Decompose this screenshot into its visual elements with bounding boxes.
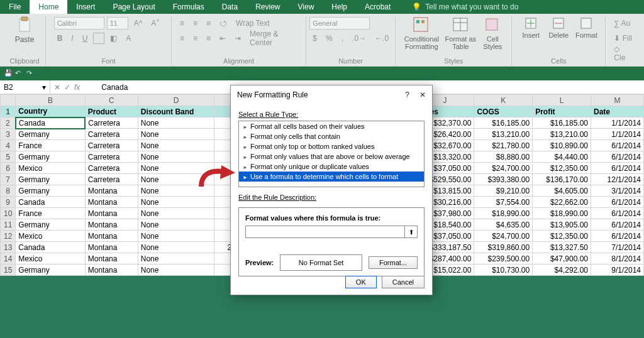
header-cell[interactable]: Date xyxy=(591,106,643,117)
tab-formulas[interactable]: Formulas xyxy=(164,0,213,14)
cell[interactable]: $13,210.00 xyxy=(474,129,533,140)
range-picker-icon[interactable]: ⬆ xyxy=(405,226,418,238)
cell[interactable]: None xyxy=(138,208,214,219)
row-header[interactable]: 10 xyxy=(1,208,16,219)
rule-type-option[interactable]: Format only unique or duplicate values xyxy=(239,161,424,172)
cell[interactable]: $16,185.00 xyxy=(474,117,533,129)
align-bot-button[interactable]: ≡ xyxy=(203,18,214,29)
cell[interactable]: $13,905.00 xyxy=(533,219,591,231)
currency-button[interactable]: $ xyxy=(309,33,320,44)
cell[interactable]: Montana xyxy=(85,264,138,276)
insert-cells-button[interactable]: Insert xyxy=(517,16,545,39)
cell[interactable]: Carretera xyxy=(85,129,138,140)
formula-input[interactable] xyxy=(245,226,405,238)
cell[interactable]: $319,860.00 xyxy=(474,242,533,253)
cell[interactable]: 12/1/2014 xyxy=(591,174,643,185)
cell[interactable]: Montana xyxy=(85,253,138,264)
row-header[interactable]: 3 xyxy=(1,129,16,140)
header-cell[interactable]: Country xyxy=(16,106,85,117)
font-color-button[interactable]: A xyxy=(123,33,134,44)
cell[interactable]: Carretera xyxy=(85,163,138,174)
cell[interactable]: 9/1/2014 xyxy=(591,264,643,276)
row-header[interactable]: 6 xyxy=(1,163,16,174)
row-header[interactable]: 5 xyxy=(1,151,16,163)
column-header[interactable]: M xyxy=(591,95,643,106)
header-cell[interactable]: Profit xyxy=(533,106,591,117)
indent-dec-button[interactable]: ⇤ xyxy=(216,33,229,44)
cell[interactable]: None xyxy=(138,253,214,264)
cell[interactable]: Mexico xyxy=(16,163,85,174)
merge-center-button[interactable]: Merge & Center xyxy=(247,28,301,48)
header-cell[interactable]: Discount Band xyxy=(138,106,214,117)
row-header[interactable]: 13 xyxy=(1,242,16,253)
cell[interactable]: $18,990.00 xyxy=(474,208,533,219)
underline-button[interactable]: U xyxy=(79,33,91,44)
rule-type-option[interactable]: Format only top or bottom ranked values xyxy=(239,141,424,151)
dec-decimal-button[interactable]: ←.0 xyxy=(372,33,392,44)
format-cells-button[interactable]: Format xyxy=(572,16,600,39)
cancel-button[interactable]: Cancel xyxy=(382,276,425,288)
dialog-titlebar[interactable]: New Formatting Rule ? ✕ xyxy=(231,85,432,104)
cell[interactable]: Mexico xyxy=(16,253,85,264)
cell[interactable]: 6/1/2014 xyxy=(591,151,643,163)
cell[interactable]: Montana xyxy=(85,197,138,208)
cell[interactable]: $13,327.50 xyxy=(533,242,591,253)
rule-type-list[interactable]: Format all cells based on their valuesFo… xyxy=(238,121,425,187)
row-header[interactable]: 15 xyxy=(1,264,16,276)
cell[interactable]: $13,210.00 xyxy=(533,129,591,140)
cell[interactable]: 6/1/2014 xyxy=(591,197,643,208)
cell[interactable]: Montana xyxy=(85,231,138,242)
align-center-button[interactable]: ≡ xyxy=(190,33,201,44)
enter-formula-icon[interactable]: ✓ xyxy=(64,83,70,92)
delete-cells-button[interactable]: Delete xyxy=(545,16,572,39)
cell[interactable]: None xyxy=(138,219,214,231)
cell[interactable]: $47,900.00 xyxy=(533,253,591,264)
align-right-button[interactable]: ≡ xyxy=(203,33,214,44)
comma-button[interactable]: , xyxy=(338,33,347,44)
row-header[interactable]: 4 xyxy=(1,140,16,151)
tab-page-layout[interactable]: Page Layout xyxy=(104,0,164,14)
indent-inc-button[interactable]: ⇥ xyxy=(231,33,244,44)
cell[interactable]: None xyxy=(138,231,214,242)
cell[interactable]: France xyxy=(16,208,85,219)
clear-button[interactable]: ◇ Cle xyxy=(611,43,635,63)
cell[interactable]: None xyxy=(138,264,214,276)
cell[interactable]: $4,605.00 xyxy=(533,185,591,197)
bold-button[interactable]: B xyxy=(54,33,66,44)
border-button[interactable] xyxy=(93,33,104,44)
row-header[interactable]: 7 xyxy=(1,174,16,185)
save-icon[interactable]: 💾 xyxy=(4,69,13,78)
cell[interactable]: Montana xyxy=(85,219,138,231)
cell[interactable]: None xyxy=(138,242,214,253)
fill-color-button[interactable]: ◧ xyxy=(107,33,120,44)
cell[interactable]: None xyxy=(138,129,214,140)
tab-insert[interactable]: Insert xyxy=(67,0,104,14)
cell[interactable]: $12,350.00 xyxy=(533,163,591,174)
formula-bar-value[interactable]: Canada xyxy=(84,83,128,92)
cell[interactable]: Germany xyxy=(16,151,85,163)
rule-type-option[interactable]: Format only cells that contain xyxy=(239,131,424,141)
cell[interactable]: $24,700.00 xyxy=(474,231,533,242)
inc-decimal-button[interactable]: .0→ xyxy=(349,33,369,44)
cell[interactable]: Montana xyxy=(85,208,138,219)
autosum-button[interactable]: ∑ Au xyxy=(611,18,633,29)
cell[interactable]: 1/1/2014 xyxy=(591,129,643,140)
ok-button[interactable]: OK xyxy=(345,276,377,288)
fx-icon[interactable]: fx xyxy=(74,83,80,92)
cell[interactable]: $10,890.00 xyxy=(533,140,591,151)
name-box[interactable]: B2▾ xyxy=(0,80,50,94)
cell[interactable]: 3/1/2014 xyxy=(591,185,643,197)
header-cell[interactable]: COGS xyxy=(474,106,533,117)
row-header[interactable]: 2 xyxy=(1,117,16,129)
column-header[interactable]: B xyxy=(16,95,85,106)
cell[interactable]: Germany xyxy=(16,174,85,185)
format-button[interactable]: Format... xyxy=(369,256,418,269)
cell[interactable]: France xyxy=(16,140,85,151)
help-icon[interactable]: ? xyxy=(405,90,409,99)
cell[interactable]: Mexico xyxy=(16,231,85,242)
cell[interactable]: Montana xyxy=(85,185,138,197)
cell[interactable]: $24,700.00 xyxy=(474,163,533,174)
tell-me-search[interactable]: 💡 Tell me what you want to do xyxy=(399,0,518,14)
cell[interactable]: None xyxy=(138,117,214,129)
row-header[interactable]: 11 xyxy=(1,219,16,231)
